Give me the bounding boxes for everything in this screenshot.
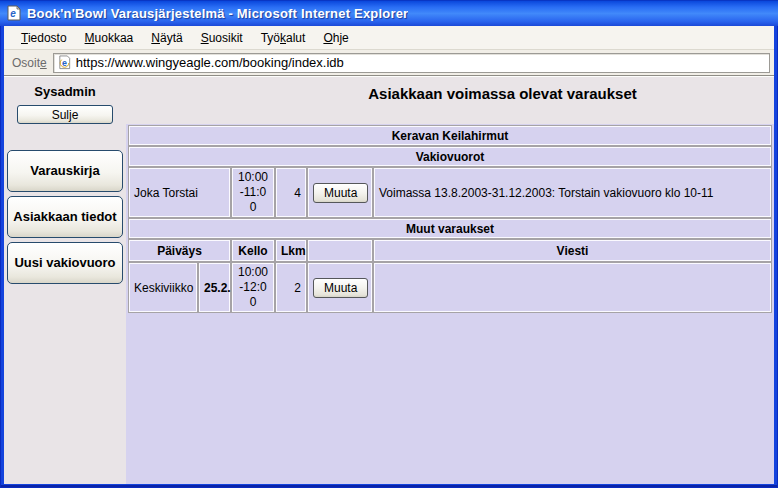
booking-time: 10:00-12:00 (231, 262, 275, 313)
bookings-table: Keravan Keilahirmut Vakiovuorot Joka Tor… (128, 125, 772, 313)
booking-date: 25.2. (198, 262, 231, 313)
customer-header-row: Keravan Keilahirmut (128, 125, 772, 146)
col-header-paivays: Päiväys (128, 239, 231, 262)
menu-item-muokkaa[interactable]: Muokkaa (76, 29, 143, 47)
menu-bar: TiedostoMuokkaaNäytäSuosikitTyökalutOhje (4, 26, 774, 50)
section-header-muut-varaukset: Muut varaukset (128, 218, 772, 239)
sidebar-nav: Varauskirja Asiakkaan tiedot Uusi vakiov… (7, 150, 123, 284)
nav-button-varauskirja[interactable]: Varauskirja (7, 150, 123, 192)
address-input[interactable]: e https://www.wingyeagle.com/booking/ind… (53, 53, 770, 73)
nav-button-asiakkaan-tiedot[interactable]: Asiakkaan tiedot (7, 196, 123, 238)
col-header-kello: Kello (231, 239, 275, 262)
main-panel: Asiakkaan voimassa olevat varaukset Kera… (126, 77, 774, 484)
standing-count: 4 (275, 167, 307, 218)
col-header-viesti: Viesti (373, 239, 772, 262)
column-header-row: Päiväys Kello Lkm Viesti (128, 239, 772, 262)
menu-item-nayta[interactable]: Näytä (142, 29, 191, 47)
menu-item-tyokalut[interactable]: Työkalut (252, 29, 315, 47)
standing-action-cell: Muuta (307, 167, 373, 218)
window-title: Book'n'Bowl Varausjärjestelmä - Microsof… (27, 6, 408, 21)
booking-day: Keskiviikko (128, 262, 198, 313)
ie-page-icon: e (6, 5, 22, 21)
frame-body: TiedostoMuokkaaNäytäSuosikitTyökalutOhje… (4, 26, 774, 484)
col-header-lkm: Lkm (275, 239, 307, 262)
address-label: Osoite (12, 56, 47, 70)
section-title: Muut varaukset (128, 218, 772, 239)
svg-text:e: e (10, 8, 16, 19)
customer-name: Keravan Keilahirmut (128, 125, 772, 146)
menu-item-tiedosto[interactable]: Tiedosto (12, 29, 76, 47)
standing-day: Joka Torstai (128, 167, 231, 218)
nav-button-uusi-vakiovuoro[interactable]: Uusi vakiovuoro (7, 242, 123, 284)
sidebar: Sysadmin Sulje Varauskirja Asiakkaan tie… (4, 77, 126, 484)
svg-text:e: e (62, 58, 67, 68)
role-label: Sysadmin (34, 84, 95, 99)
booking-row: Keskiviikko 25.2. 10:00-12:00 2 Muuta (128, 262, 772, 313)
booking-message (373, 262, 772, 313)
bookings-panel: Keravan Keilahirmut Vakiovuorot Joka Tor… (126, 124, 774, 484)
ie-document-icon: e (57, 55, 72, 70)
standing-message: Voimassa 13.8.2003-31.12.2003: Torstain … (373, 167, 772, 218)
page-title: Asiakkaan voimassa olevat varaukset (126, 77, 774, 124)
section-header-vakiovuorot: Vakiovuorot (128, 146, 772, 167)
standing-time: 10:00-11:00 (231, 167, 275, 218)
col-header-action (307, 239, 373, 262)
browser-window: e Book'n'Bowl Varausjärjestelmä - Micros… (0, 0, 778, 488)
edit-booking-button[interactable]: Muuta (313, 278, 368, 298)
booking-count: 2 (275, 262, 307, 313)
title-bar[interactable]: e Book'n'Bowl Varausjärjestelmä - Micros… (0, 0, 778, 26)
content-area: Sysadmin Sulje Varauskirja Asiakkaan tie… (4, 76, 774, 484)
edit-standing-button[interactable]: Muuta (313, 183, 368, 203)
standing-booking-row: Joka Torstai 10:00-11:00 4 Muuta Voimass… (128, 167, 772, 218)
close-session-button[interactable]: Sulje (17, 105, 113, 124)
booking-action-cell: Muuta (307, 262, 373, 313)
section-title: Vakiovuorot (128, 146, 772, 167)
menu-item-suosikit[interactable]: Suosikit (192, 29, 252, 47)
address-url: https://www.wingyeagle.com/booking/index… (76, 55, 344, 70)
address-bar: Osoite e https://www.wingyeagle.com/book… (4, 50, 774, 76)
menu-item-ohje[interactable]: Ohje (314, 29, 357, 47)
